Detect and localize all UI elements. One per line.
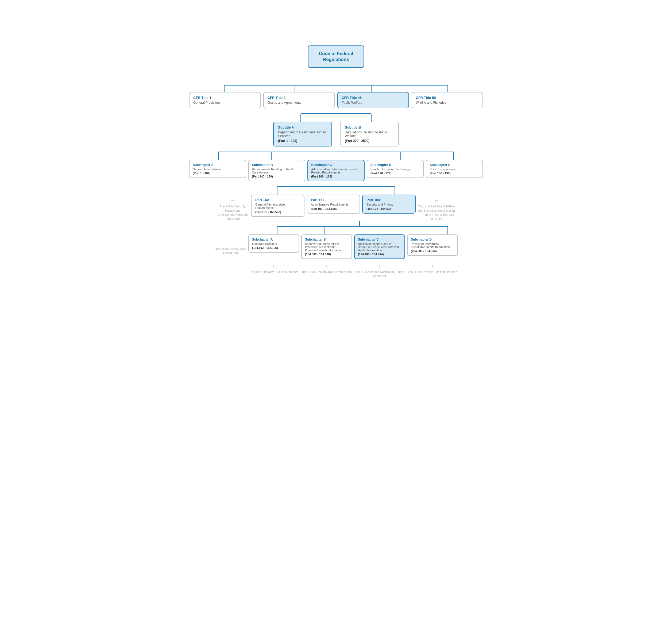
- annotation-text-left5: The HIPAA Privacy Rule is found here: [214, 247, 246, 255]
- subchD-subtitle: Health Information Technology: [370, 168, 420, 171]
- level1-connectors: [189, 79, 483, 92]
- cfr50-title: CFR Title 50: [416, 96, 479, 100]
- p164-subchB-title: Subchapter B: [305, 237, 348, 241]
- subchE-subtitle: Price Transparency: [429, 168, 479, 171]
- subA-range: (Part 1 - 199): [278, 139, 327, 143]
- level5-row: → The HIPAA Privacy Rule is found here S…: [189, 234, 483, 259]
- subchapter-d-node: Subchapter D Health Information Technolo…: [367, 160, 424, 178]
- subchA-title: Subchapter A: [193, 163, 243, 167]
- level2-nodes: Subtitle A Department of Health and Huma…: [189, 122, 483, 147]
- level1-lines-svg: [189, 79, 483, 92]
- subtitle-b-node: Subtitle B Regulations Relating to Publi…: [340, 122, 399, 147]
- part164-subtitle: Security and Privacy: [367, 203, 411, 206]
- cfr-title-50-node: CFR Title 50 Wildlife and Fisheries: [412, 92, 483, 108]
- p164-subchA-title: Subchapter A: [252, 237, 296, 241]
- level-5-section: → The HIPAA Privacy Rule is found here S…: [189, 234, 483, 259]
- level-1-section: CFR Title 1 General Provisions CFR Title…: [189, 79, 483, 108]
- part-164-node: Part 164 Security and Privacy (164.102 -…: [362, 195, 416, 214]
- subchB-subtitle: Requirements Relating to Health Care Acc…: [252, 168, 302, 174]
- part160-range: (160.101 - 160.552): [255, 210, 300, 214]
- subA-title: Subtitle A: [278, 125, 327, 129]
- annotation-bottom-0: The HIPAA Privacy Rule is found here: [248, 270, 299, 274]
- subtitle-a-node: Subtitle A Department of Health and Huma…: [273, 122, 332, 147]
- subchB-title: Subchapter B: [252, 163, 302, 167]
- subchE-title: Subchapter E: [429, 163, 479, 167]
- annotation-bottom-1: The HIPAA Security Rule is found here: [301, 270, 352, 274]
- bottom-annotations-row: ↑ The HIPAA Privacy Rule is found here ↑…: [189, 263, 483, 278]
- annotation-arrow-left5: →: [214, 240, 246, 246]
- p164-subchD-subtitle: Privacy of Individually Identifiable Hea…: [411, 242, 454, 249]
- level-4-section: → The HIPAA Security, Privacy and Enforc…: [189, 195, 483, 221]
- p164-subchD-title: Subchapter D: [411, 237, 454, 241]
- level5-lines: [189, 221, 483, 234]
- subchC-title: Subchapter C: [311, 163, 361, 167]
- annotation-text-right: This is HIPAA Title II: HIPAA Administra…: [418, 204, 455, 221]
- annotation-arrow-left: →: [217, 197, 249, 203]
- cfr-title-45-node: CFR Title 45 Public Welfare: [337, 92, 409, 108]
- cfr50-subtitle: Wildlife and Fisheries: [416, 101, 479, 105]
- cfr-title-2-node: CFR Title 2 Grants and Agreements: [263, 92, 335, 108]
- p164-subchB-subtitle: Security Standards for the Protection of…: [305, 242, 348, 252]
- level4-row: → The HIPAA Security, Privacy and Enforc…: [189, 195, 483, 221]
- p164-subchB-range: (164.302 - 164.318): [305, 253, 348, 256]
- bottom-annotation-3: ↑ The HIPAA Privacy Rule is found here: [407, 263, 458, 274]
- up-arrow-2: ↑: [354, 263, 405, 269]
- level5-annotation-left: → The HIPAA Privacy Rule is found here: [214, 234, 246, 255]
- subchB-range: (Part 140 - 159): [252, 175, 302, 178]
- p164-subchC-title: Subchapter C: [358, 237, 401, 241]
- subA-subtitle: Department of Health and Human Services: [278, 131, 327, 138]
- cfr1-subtitle: General Provisions: [193, 101, 256, 105]
- cfr2-title: CFR Title 2: [268, 96, 331, 100]
- part164-subchB-node: Subchapter B Security Standards for the …: [301, 234, 352, 259]
- part164-subchD-node: Subchapter D Privacy of Individually Ide…: [407, 234, 458, 256]
- subchapter-b-node: Subchapter B Requirements Relating to He…: [248, 160, 305, 181]
- p164-subchC-subtitle: Notification in the Case of Breach of Un…: [358, 242, 401, 252]
- level4-lines: [189, 181, 483, 195]
- p164-subchC-range: (164.400 - 164.414): [358, 253, 401, 256]
- vline-root: [189, 68, 483, 79]
- annotation-bottom-2: The HIPAA Breach Notification Rule is fo…: [354, 270, 405, 278]
- cfr2-subtitle: Grants and Agreements: [268, 101, 331, 105]
- level4-connectors: [189, 181, 483, 195]
- part-160-node: Part 160 General Administrative Requirem…: [251, 195, 304, 217]
- part160-subtitle: General Administrative Requirements: [255, 203, 300, 209]
- level-2-section: Subtitle A Department of Health and Huma…: [189, 122, 483, 147]
- diagram-container: [176, 5, 496, 45]
- level4-annotation-right: ← This is HIPAA Title II: HIPAA Administ…: [418, 195, 455, 221]
- subchE-range: (Part 180 - 199): [429, 172, 479, 175]
- up-arrow-1: ↑: [301, 263, 352, 269]
- level1-nodes: CFR Title 1 General Provisions CFR Title…: [189, 92, 483, 108]
- bottom-annotation-0: ↑ The HIPAA Privacy Rule is found here: [248, 263, 299, 274]
- subB-subtitle: Regulations Relating to Public Welfare: [345, 131, 394, 138]
- subB-range: (Part 200 - 2599): [345, 139, 394, 143]
- part162-title: Part 162: [311, 198, 356, 202]
- part164-title: Part 164: [367, 198, 411, 202]
- p164-subchA-range: (164.102 - 164.106): [252, 246, 296, 249]
- level-3-section: Subchapter A General Administration (Par…: [189, 160, 483, 181]
- level5-connectors: [189, 221, 483, 234]
- part164-subchC-node: Subchapter C Notification in the Case of…: [354, 234, 405, 259]
- subchapter-a-node: Subchapter A General Administration (Par…: [189, 160, 246, 178]
- subchD-title: Subchapter D: [370, 163, 420, 167]
- part162-range: (160.100 - 162.1902): [311, 207, 356, 210]
- subchD-range: (Part 170 - 179): [370, 172, 420, 175]
- subchA-range: (Part 1 - 102): [193, 172, 243, 175]
- part164-range: (164.102 - 164.534): [367, 207, 411, 210]
- cfr45-title: CFR Title 45: [342, 96, 405, 100]
- cfr45-subtitle: Public Welfare: [342, 101, 405, 105]
- subchapter-e-node: Subchapter E Price Transparency (Part 18…: [426, 160, 483, 178]
- part164-subchA-node: Subchapter A General Provisions (164.102…: [248, 234, 299, 253]
- part162-subtitle: Administrative Requirements: [311, 203, 356, 206]
- root-node: Code of Federal Regulations: [308, 45, 364, 68]
- cfr1-title: CFR Title 1: [193, 96, 256, 100]
- part160-title: Part 160: [255, 198, 300, 202]
- level2-lines: [189, 108, 483, 122]
- annotation-text-left: The HIPAA Security, Privacy and Enforcem…: [217, 204, 249, 221]
- p164-subchA-subtitle: General Provisions: [252, 242, 296, 245]
- subchapter-c-node: Subchapter C Administrative Data Standar…: [307, 160, 365, 181]
- level-0-row: Code of Federal Regulations: [189, 45, 483, 68]
- up-arrow-3: ↑: [407, 263, 458, 269]
- level4-annotation-left: → The HIPAA Security, Privacy and Enforc…: [217, 195, 249, 221]
- subchC-range: (Part 160 - 169): [311, 175, 361, 178]
- subchA-subtitle: General Administration: [193, 168, 243, 171]
